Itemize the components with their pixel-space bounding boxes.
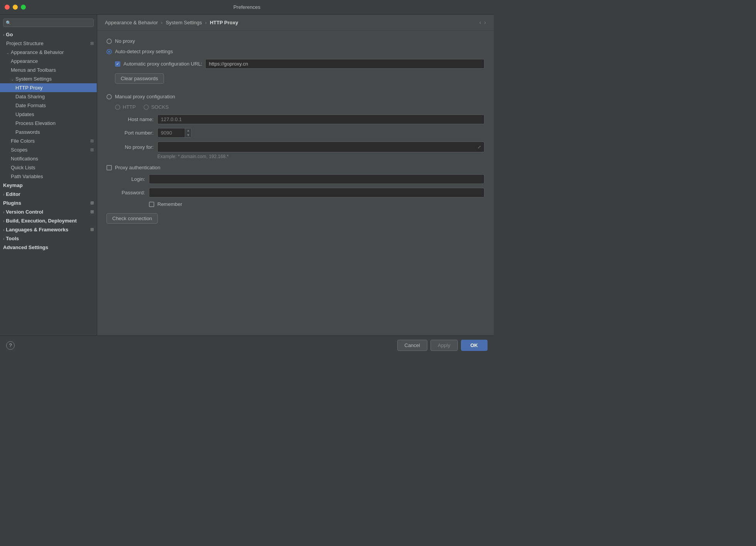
no-proxy-radio-group[interactable]: No proxy — [106, 38, 484, 44]
breadcrumb-sep-2: › — [205, 20, 207, 25]
expand-icon-2: ⌄ — [11, 77, 14, 81]
sidebar-item-menus-toolbars[interactable]: Menus and Toolbars — [0, 66, 97, 74]
manual-proxy-radio[interactable] — [106, 94, 112, 99]
no-proxy-for-label: No proxy for: — [115, 144, 154, 150]
ok-button[interactable]: OK — [461, 340, 488, 351]
maximize-button[interactable] — [21, 5, 26, 10]
sidebar-label-data-sharing: Data Sharing — [15, 94, 45, 99]
login-input[interactable] — [149, 174, 484, 184]
port-decrement-button[interactable]: ▼ — [185, 133, 191, 138]
badge-icon-2: ⊞ — [90, 138, 94, 143]
sidebar-item-go-label: ›Go — [3, 32, 13, 37]
sidebar-item-project-structure[interactable]: Project Structure ⊞ — [0, 39, 97, 48]
sidebar-item-process-elevation[interactable]: Process Elevation — [0, 119, 97, 128]
arrow-build: › — [3, 219, 4, 223]
expand-icon: ⌄ — [6, 51, 9, 55]
sidebar-label-passwords: Passwords — [15, 129, 40, 135]
sidebar-item-languages-frameworks[interactable]: ›Languages & Frameworks ⊞ — [0, 225, 97, 234]
search-input[interactable] — [13, 20, 91, 25]
breadcrumb-nav: Appearance & Behavior › System Settings … — [105, 20, 238, 25]
sidebar-item-file-colors[interactable]: File Colors ⊞ — [0, 136, 97, 145]
sidebar-item-passwords[interactable]: Passwords — [0, 128, 97, 136]
protocol-radios: HTTP SOCKS — [115, 104, 484, 110]
http-label: HTTP — [123, 104, 136, 110]
sidebar-label-build-execution: ›Build, Execution, Deployment — [3, 218, 77, 224]
auto-config-checkbox-row[interactable]: Automatic proxy configuration URL: — [115, 61, 202, 67]
remember-checkbox[interactable] — [149, 202, 154, 207]
sidebar-item-appearance-behavior[interactable]: ⌄Appearance & Behavior — [0, 48, 97, 57]
host-name-input[interactable] — [157, 115, 484, 124]
http-radio-group[interactable]: HTTP — [115, 104, 136, 110]
sidebar-item-keymap[interactable]: Keymap — [0, 181, 97, 190]
no-proxy-for-input-wrap[interactable]: ⤢ — [157, 142, 484, 152]
nav-forward-icon[interactable]: › — [484, 19, 486, 25]
sidebar-item-quick-lists[interactable]: Quick Lists — [0, 163, 97, 172]
badge-icon-5: ⊞ — [90, 209, 94, 214]
sidebar-label-path-variables: Path Variables — [11, 174, 43, 179]
clear-passwords-button[interactable]: Clear passwords — [115, 73, 164, 84]
port-spinners[interactable]: ▲ ▼ — [185, 128, 191, 137]
host-name-label: Host name: — [115, 116, 154, 122]
proxy-auth-checkbox-row[interactable]: Proxy authentication — [106, 165, 484, 170]
password-input[interactable] — [149, 188, 484, 197]
sidebar-item-path-variables[interactable]: Path Variables — [0, 172, 97, 181]
sidebar-label-updates: Updates — [15, 111, 34, 117]
sidebar-item-plugins[interactable]: Plugins ⊞ — [0, 199, 97, 207]
breadcrumb: Appearance & Behavior › System Settings … — [97, 15, 494, 30]
search-box[interactable]: 🔍 — [3, 19, 94, 27]
http-radio[interactable] — [115, 104, 120, 110]
nav-arrows[interactable]: ‹ › — [479, 19, 486, 25]
sidebar-label-tools: ›Tools — [3, 236, 19, 241]
sidebar-item-date-formats[interactable]: Date Formats — [0, 101, 97, 110]
sidebar-item-version-control[interactable]: ›Version Control ⊞ — [0, 207, 97, 216]
sidebar-item-http-proxy[interactable]: HTTP Proxy — [0, 83, 97, 92]
sidebar: 🔍 ›Go Project Structure ⊞ ⌄Appearance & … — [0, 15, 97, 335]
window-controls[interactable] — [5, 5, 26, 10]
sidebar-item-build-execution[interactable]: ›Build, Execution, Deployment — [0, 216, 97, 225]
login-label: Login: — [106, 176, 145, 182]
check-connection-button[interactable]: Check connection — [106, 213, 158, 224]
port-number-input[interactable] — [158, 128, 185, 137]
sidebar-item-go[interactable]: ›Go — [0, 30, 97, 39]
sidebar-item-updates[interactable]: Updates — [0, 110, 97, 119]
manual-proxy-section: HTTP SOCKS Host name: Port number: — [115, 104, 484, 159]
proxy-auth-checkbox[interactable] — [106, 165, 112, 170]
sidebar-label-process-elevation: Process Elevation — [15, 120, 56, 126]
auto-detect-radio[interactable] — [106, 49, 112, 54]
socks-radio-group[interactable]: SOCKS — [143, 104, 169, 110]
sidebar-item-scopes[interactable]: Scopes ⊞ — [0, 145, 97, 154]
sidebar-item-tools[interactable]: ›Tools — [0, 234, 97, 243]
socks-radio[interactable] — [143, 104, 149, 110]
password-label: Password: — [106, 190, 145, 195]
auto-detect-label: Auto-detect proxy settings — [115, 49, 173, 54]
port-increment-button[interactable]: ▲ — [185, 128, 191, 133]
help-button[interactable]: ? — [6, 341, 15, 350]
cancel-button[interactable]: Cancel — [397, 340, 427, 351]
no-proxy-radio[interactable] — [106, 39, 112, 44]
sidebar-item-advanced-settings[interactable]: Advanced Settings — [0, 243, 97, 252]
sidebar-item-notifications[interactable]: Notifications — [0, 154, 97, 163]
sidebar-item-appearance[interactable]: Appearance — [0, 57, 97, 66]
sidebar-label-system-settings: ⌄System Settings — [11, 76, 52, 82]
sidebar-label-notifications: Notifications — [11, 156, 38, 162]
manual-proxy-radio-group[interactable]: Manual proxy configuration — [106, 94, 484, 99]
auto-detect-radio-group[interactable]: Auto-detect proxy settings — [106, 49, 484, 54]
proxy-auth-label: Proxy authentication — [115, 165, 160, 170]
minimize-button[interactable] — [13, 5, 18, 10]
badge-icon-3: ⊞ — [90, 147, 94, 152]
sidebar-item-data-sharing[interactable]: Data Sharing — [0, 92, 97, 101]
port-input-wrap[interactable]: ▲ ▼ — [157, 128, 192, 138]
remember-row[interactable]: Remember — [149, 201, 484, 207]
auto-config-checkbox[interactable] — [115, 61, 120, 67]
nav-back-icon[interactable]: ‹ — [479, 19, 481, 25]
expand-field-icon[interactable]: ⤢ — [478, 145, 481, 150]
example-text: Example: *.domain.com, 192.168.* — [157, 154, 484, 159]
sidebar-item-system-settings[interactable]: ⌄System Settings — [0, 74, 97, 83]
bottom-left: ? — [6, 341, 15, 350]
apply-button[interactable]: Apply — [430, 340, 458, 351]
login-row: Login: — [106, 174, 484, 184]
arrow-lang: › — [3, 228, 4, 232]
close-button[interactable] — [5, 5, 10, 10]
sidebar-item-editor[interactable]: ›Editor — [0, 190, 97, 199]
auto-config-url-input[interactable] — [205, 59, 484, 69]
